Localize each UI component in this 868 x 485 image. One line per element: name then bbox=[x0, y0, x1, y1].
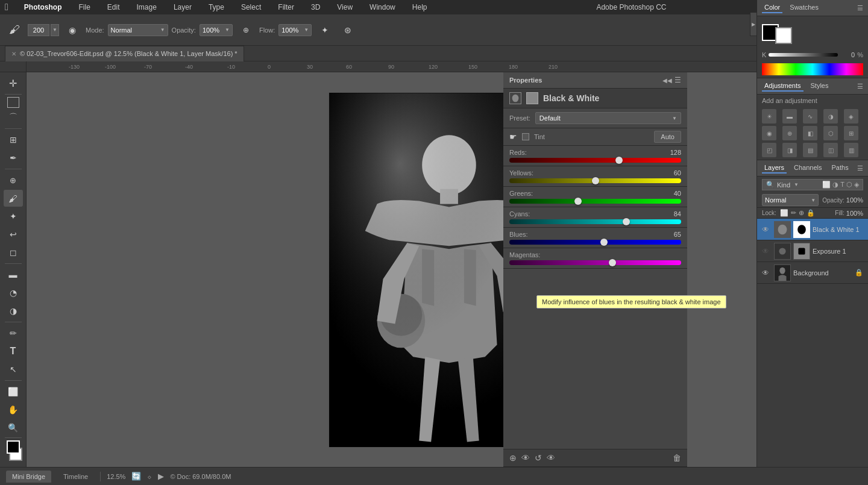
lock-position-icon[interactable]: ✏ bbox=[791, 209, 796, 217]
timeline-tab[interactable]: Timeline bbox=[57, 471, 94, 483]
yellows-slider-track[interactable] bbox=[509, 178, 681, 183]
marquee-tool[interactable] bbox=[7, 97, 19, 108]
paths-tab[interactable]: Paths bbox=[829, 163, 851, 174]
reds-slider-track[interactable] bbox=[509, 158, 681, 163]
auto-button[interactable]: Auto bbox=[654, 131, 681, 143]
preset-dropdown[interactable]: Default ▼ bbox=[535, 112, 681, 124]
layer-visibility-icon[interactable]: 👁 bbox=[762, 225, 772, 234]
document-tab[interactable]: ✕ © 02-03_Trevor606-Edit.psd @ 12.5% (Bl… bbox=[5, 46, 244, 61]
photo-filter-icon[interactable]: ⬡ bbox=[823, 126, 838, 140]
lock-artboard-icon[interactable]: ⊕ bbox=[799, 209, 804, 217]
pressure-icon[interactable]: ⊛ bbox=[338, 20, 357, 40]
reset-icon[interactable]: ↺ bbox=[535, 453, 542, 463]
color-tab[interactable]: Color bbox=[762, 2, 782, 13]
background-color-box[interactable] bbox=[775, 27, 792, 44]
bw-layer-mask[interactable] bbox=[526, 92, 538, 104]
k-slider[interactable] bbox=[769, 53, 838, 57]
layers-panel-options-icon[interactable]: ☰ bbox=[857, 164, 863, 172]
layers-tab[interactable]: Layers bbox=[762, 163, 787, 174]
lock-pixels-icon[interactable]: ⬜ bbox=[780, 209, 788, 217]
foreground-color[interactable] bbox=[7, 440, 20, 454]
crop-tool[interactable]: ⊞ bbox=[4, 131, 23, 148]
flow-dropdown[interactable]: 100%▼ bbox=[278, 24, 312, 36]
gradient-tool[interactable]: ▬ bbox=[4, 266, 23, 283]
image-menu[interactable]: Image bbox=[133, 2, 160, 13]
mode-dropdown[interactable]: Normal▼ bbox=[108, 24, 168, 36]
levels-icon[interactable]: ▬ bbox=[782, 109, 797, 124]
edit-menu[interactable]: Edit bbox=[104, 2, 124, 13]
delete-icon[interactable]: 🗑 bbox=[673, 453, 681, 463]
lock-all-icon[interactable]: 🔒 bbox=[807, 209, 815, 217]
blues-slider-track[interactable] bbox=[509, 240, 681, 245]
curves-icon[interactable]: ∿ bbox=[803, 109, 817, 124]
dodge-tool[interactable]: ◑ bbox=[4, 302, 23, 319]
vibrance-icon[interactable]: ◈ bbox=[844, 109, 858, 124]
blues-slider-thumb[interactable] bbox=[600, 239, 608, 246]
hue-saturation-icon[interactable]: ◉ bbox=[762, 126, 776, 140]
table-row[interactable]: 👁 Exposure 1 bbox=[757, 240, 868, 262]
add-mask-icon[interactable]: ⊕ bbox=[509, 453, 517, 463]
layer-visibility-icon[interactable]: 👁 bbox=[762, 269, 772, 277]
stamp-tool[interactable]: ✦ bbox=[4, 208, 23, 225]
tint-checkbox[interactable] bbox=[522, 133, 529, 140]
exposure-icon[interactable]: ◑ bbox=[823, 109, 838, 124]
canvas-nav-icon[interactable]: 🔄 bbox=[131, 472, 141, 481]
window-menu[interactable]: Window bbox=[366, 2, 399, 13]
file-menu[interactable]: File bbox=[75, 2, 94, 13]
threshold-icon[interactable]: ◫ bbox=[823, 143, 838, 157]
cyans-slider-track[interactable] bbox=[509, 219, 681, 224]
shape-filter-icon[interactable]: ⬡ bbox=[846, 181, 852, 189]
magentas-slider-track[interactable] bbox=[509, 260, 681, 265]
type-tool[interactable]: T bbox=[4, 343, 23, 360]
hand-tool[interactable]: ✋ bbox=[4, 401, 23, 418]
opacity-dropdown[interactable]: 100%▼ bbox=[200, 24, 233, 36]
zoom-tool[interactable]: 🔍 bbox=[4, 419, 23, 436]
play-icon[interactable]: ▶ bbox=[158, 472, 164, 481]
brightness-contrast-icon[interactable]: ☀ bbox=[762, 109, 776, 124]
panel-options-icon[interactable]: ☰ bbox=[857, 4, 863, 12]
styles-tab[interactable]: Styles bbox=[808, 81, 831, 92]
gradient-map-icon[interactable]: ▥ bbox=[844, 143, 858, 157]
opacity-value[interactable]: 100% bbox=[846, 196, 863, 204]
type-menu[interactable]: Type bbox=[205, 2, 228, 13]
swatches-tab[interactable]: Swatches bbox=[787, 2, 821, 13]
select-menu[interactable]: Select bbox=[237, 2, 265, 13]
history-brush-tool[interactable]: ↩ bbox=[4, 226, 23, 243]
airbrush-icon[interactable]: ✦ bbox=[315, 20, 335, 40]
type-filter-icon[interactable]: T bbox=[840, 181, 844, 189]
brush-preset-icon[interactable]: ◉ bbox=[63, 20, 82, 40]
eyedropper-tool[interactable]: ✒ bbox=[4, 149, 23, 166]
shape-tool[interactable]: ⬜ bbox=[4, 383, 23, 400]
filter-menu[interactable]: Filter bbox=[274, 2, 298, 13]
layer-menu[interactable]: Layer bbox=[170, 2, 195, 13]
cyans-slider-thumb[interactable] bbox=[623, 218, 630, 225]
invert-icon[interactable]: ◨ bbox=[782, 143, 797, 157]
brush-size-dropdown[interactable]: ▼ bbox=[51, 24, 59, 36]
collapse-button[interactable]: ▶ bbox=[750, 12, 757, 36]
greens-slider-thumb[interactable] bbox=[574, 198, 582, 205]
blur-tool[interactable]: ◔ bbox=[4, 284, 23, 301]
lasso-tool[interactable]: ⌒ bbox=[4, 109, 23, 126]
channel-mixer-icon[interactable]: ⊞ bbox=[844, 126, 858, 140]
adj-filter-icon[interactable]: ◑ bbox=[832, 181, 838, 189]
posterize-icon[interactable]: ▤ bbox=[803, 143, 817, 157]
move-tool[interactable]: ✛ bbox=[4, 75, 23, 92]
expand-icon[interactable]: ◀◀ bbox=[662, 77, 672, 84]
apple-icon[interactable]:  bbox=[5, 2, 8, 13]
table-row[interactable]: 👁 Black & White 1 bbox=[757, 219, 868, 240]
fill-value[interactable]: 100% bbox=[846, 210, 863, 217]
greens-slider-track[interactable] bbox=[509, 199, 681, 204]
adjustments-tab[interactable]: Adjustments bbox=[762, 81, 804, 92]
help-menu[interactable]: Help bbox=[409, 2, 431, 13]
path-selection-tool[interactable]: ↖ bbox=[4, 361, 23, 378]
clip-layer-icon[interactable]: 👁 bbox=[547, 453, 555, 463]
bw-layer-thumb[interactable] bbox=[509, 92, 521, 104]
magentas-slider-thumb[interactable] bbox=[609, 259, 616, 266]
canvas-nav-icon2[interactable]: ⬦ bbox=[147, 472, 152, 481]
hand-pointer-icon[interactable]: ☛ bbox=[509, 132, 517, 142]
channels-tab[interactable]: Channels bbox=[791, 163, 824, 174]
mini-bridge-tab[interactable]: Mini Bridge bbox=[6, 471, 51, 483]
pen-tool[interactable]: ✏ bbox=[4, 325, 23, 342]
bw-adj-icon[interactable]: ◧ bbox=[803, 126, 817, 140]
reds-slider-thumb[interactable] bbox=[615, 157, 623, 164]
